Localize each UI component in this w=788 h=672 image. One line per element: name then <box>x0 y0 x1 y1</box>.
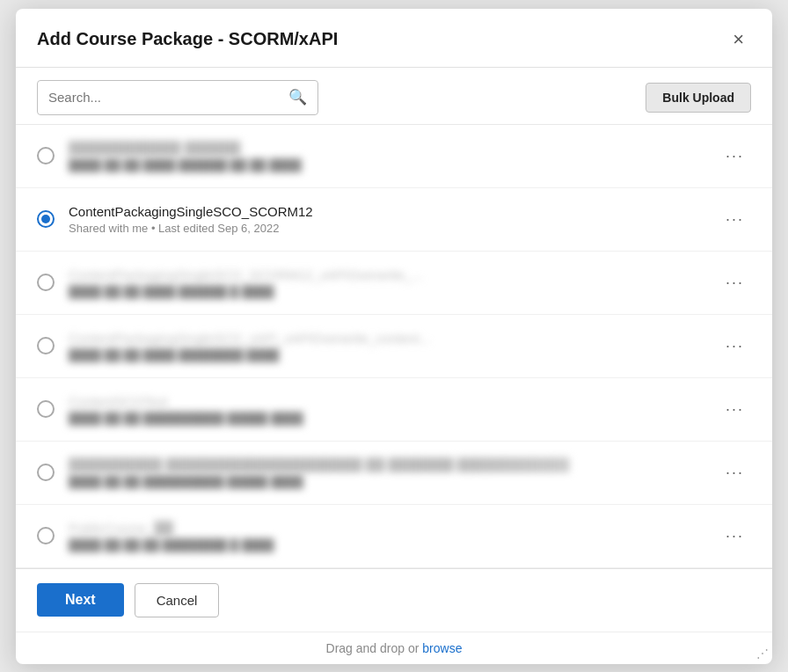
item-subtitle: Shared with me • Last edited Sep 6, 2022 <box>69 222 708 235</box>
item-content: ████████████ ██████████ ██ ██ ████ █████… <box>69 141 708 172</box>
drag-drop-bar: Drag and drop or browse <box>16 632 772 664</box>
modal-header: Add Course Package - SCORM/xAPI × <box>16 9 772 68</box>
radio-button[interactable] <box>37 337 55 354</box>
next-button[interactable]: Next <box>37 583 124 617</box>
course-list: ████████████ ██████████ ██ ██ ████ █████… <box>16 124 772 568</box>
item-content: ContentSCOTest████ ██ ██ ██████████ ████… <box>69 394 708 425</box>
item-subtitle: ████ ██ ██ ████ ██████ ██ ██ ████ <box>69 158 708 172</box>
list-item[interactable]: PublicCourse_██████ ██ ██ ██ ████████ █ … <box>16 505 772 568</box>
cancel-button[interactable]: Cancel <box>135 583 220 617</box>
modal: Add Course Package - SCORM/xAPI × 🔍 Bulk… <box>16 9 772 664</box>
list-item[interactable]: ContentPackagingSingleSCO_SCORM12Shared … <box>16 188 772 252</box>
search-input[interactable] <box>48 90 283 105</box>
item-content: ContentPackagingSingleSCO_SCORM12_xAPIOv… <box>69 267 708 298</box>
item-menu-button[interactable]: ··· <box>719 207 751 232</box>
radio-button[interactable] <box>37 274 55 291</box>
resize-handle: ⋰ <box>756 646 769 661</box>
modal-overlay: Add Course Package - SCORM/xAPI × 🔍 Bulk… <box>0 0 788 672</box>
item-menu-button[interactable]: ··· <box>719 460 751 486</box>
item-title: PublicCourse_██ <box>69 521 708 536</box>
item-title: ContentSCOTest <box>69 394 708 409</box>
item-title: ██████████ █████████████████████ ██ ████… <box>69 457 708 472</box>
item-title: ContentPackagingSingleSCO_SCORM12 <box>69 204 708 219</box>
item-subtitle: ████ ██ ██ ██ ████████ █ ████ <box>69 538 708 551</box>
radio-button[interactable] <box>37 147 55 164</box>
browse-link[interactable]: browse <box>422 641 462 655</box>
search-box: 🔍 <box>37 80 318 115</box>
item-menu-button[interactable]: ··· <box>719 333 751 359</box>
item-menu-button[interactable]: ··· <box>719 397 751 422</box>
list-item[interactable]: ████████████ ██████████ ██ ██ ████ █████… <box>16 125 772 188</box>
bulk-upload-button[interactable]: Bulk Upload <box>646 83 751 113</box>
item-content: ██████████ █████████████████████ ██ ████… <box>69 457 708 488</box>
item-content: ContentPackagingSingleSCO_SCORM12Shared … <box>69 204 708 235</box>
item-title: ContentPackagingSingleSCO_xAPI_xAPIOverw… <box>69 331 708 346</box>
item-content: ContentPackagingSingleSCO_xAPI_xAPIOverw… <box>69 331 708 362</box>
item-subtitle: ████ ██ ██ ████ ████████ ████ <box>69 348 708 362</box>
list-item[interactable]: ContentSCOTest████ ██ ██ ██████████ ████… <box>16 378 772 442</box>
modal-footer: Next Cancel <box>16 568 772 632</box>
radio-button[interactable] <box>37 527 55 544</box>
item-menu-button[interactable]: ··· <box>719 523 751 549</box>
item-menu-button[interactable]: ··· <box>719 143 751 169</box>
list-item[interactable]: ██████████ █████████████████████ ██ ████… <box>16 442 772 505</box>
search-icon: 🔍 <box>288 88 307 106</box>
radio-button[interactable] <box>37 210 55 228</box>
item-title: ContentPackagingSingleSCO_SCORM12_xAPIOv… <box>69 267 708 282</box>
list-item[interactable]: ContentPackagingSingleSCO_xAPI_xAPIOverw… <box>16 315 772 378</box>
modal-toolbar: 🔍 Bulk Upload <box>16 68 772 124</box>
modal-close-button[interactable]: × <box>726 26 751 53</box>
item-subtitle: ████ ██ ██ ██████████ █████ ████ <box>69 475 708 488</box>
item-subtitle: ████ ██ ██ ██████████ █████ ████ <box>69 412 708 425</box>
list-item[interactable]: ContentPackagingSingleSCO_SCORM12_xAPIOv… <box>16 252 772 315</box>
item-menu-button[interactable]: ··· <box>719 270 751 296</box>
item-content: PublicCourse_██████ ██ ██ ██ ████████ █ … <box>69 521 708 551</box>
radio-button[interactable] <box>37 400 55 418</box>
drag-drop-text: Drag and drop or <box>326 641 423 655</box>
modal-title: Add Course Package - SCORM/xAPI <box>37 29 338 49</box>
item-title: ████████████ ██████ <box>69 141 708 156</box>
item-subtitle: ████ ██ ██ ████ ██████ █ ████ <box>69 285 708 298</box>
radio-button[interactable] <box>37 464 55 481</box>
